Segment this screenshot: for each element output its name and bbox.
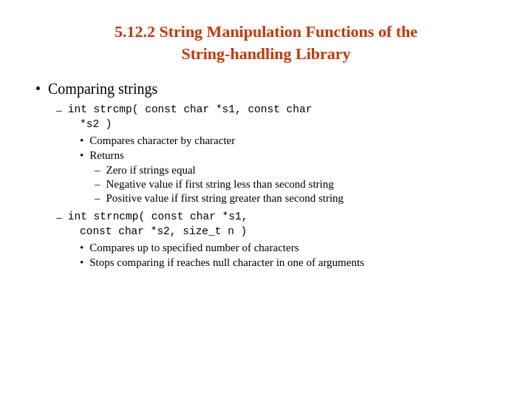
- main-bullet: • Comparing strings: [35, 81, 497, 98]
- sub-section: – int strcmp( const char *s1, const char…: [56, 103, 497, 269]
- strcmp-dash-row: – int strcmp( const char *s1, const char: [56, 103, 497, 117]
- strcmp-bullet-1: • Compares character by character: [80, 134, 497, 147]
- sub-dash-sym-2: –: [95, 178, 100, 191]
- strncmp-bullet-2: • Stops comparing if reaches null charac…: [80, 256, 497, 269]
- bullet-dot-3: •: [80, 242, 83, 254]
- strncmp-item: – int strncmp( const char *s1, const cha…: [56, 211, 497, 237]
- strncmp-code-line2: const char *s2, size_t n ): [80, 224, 497, 237]
- strcmp-bullet-1-text: Compares character by character: [89, 134, 235, 147]
- strncmp-bullet-1-text: Compares up to specified number of chara…: [89, 242, 299, 254]
- strcmp-bullet-2: • Returns: [80, 149, 497, 162]
- sub-dash-2: – Negative value if first string less th…: [95, 178, 497, 191]
- bullet-dot-2: •: [80, 149, 83, 162]
- sub-dash-sym-3: –: [95, 192, 100, 205]
- sub-dash-2-text: Negative value if first string less than…: [106, 178, 334, 191]
- strncmp-inner-bullets: • Compares up to specified number of cha…: [80, 242, 497, 269]
- bullet-symbol: •: [35, 81, 41, 98]
- bullet-dot-1: •: [80, 134, 83, 147]
- strcmp-code-line2: *s2 ): [80, 117, 497, 130]
- sub-dash-3: – Positive value if first string greater…: [95, 192, 497, 205]
- bullet-dot-4: •: [80, 256, 83, 269]
- sub-dash-sym-1: –: [95, 164, 100, 177]
- slide-title: 5.12.2 String Manipulation Functions of …: [35, 21, 497, 64]
- returns-sub-dashes: – Zero if strings equal – Negative value…: [95, 164, 497, 205]
- section-label: Comparing strings: [48, 81, 157, 98]
- strncmp-code-line1: int strncmp(: [68, 211, 145, 222]
- strncmp-bullet-2-text: Stops comparing if reaches null characte…: [89, 256, 364, 269]
- sub-dash-1: – Zero if strings equal: [95, 164, 497, 177]
- dash-symbol-1: –: [56, 103, 62, 117]
- strcmp-item: – int strcmp( const char *s1, const char…: [56, 103, 497, 130]
- sub-dash-1-text: Zero if strings equal: [106, 164, 196, 177]
- strcmp-inner-bullets: • Compares character by character • Retu…: [80, 134, 497, 205]
- slide: 5.12.2 String Manipulation Functions of …: [0, 0, 532, 399]
- strcmp-bullet-2-text: Returns: [89, 149, 124, 162]
- strncmp-dash-row: – int strncmp( const char *s1,: [56, 211, 497, 224]
- strcmp-code-line1: int strcmp( const char *s1, const char: [68, 103, 313, 115]
- dash-symbol-2: –: [56, 211, 62, 224]
- title-line2: String-handling Library: [181, 44, 350, 63]
- title-line1: 5.12.2 String Manipulation Functions of …: [115, 22, 417, 41]
- sub-dash-3-text: Positive value if first string greater t…: [106, 192, 344, 205]
- strncmp-bullet-1: • Compares up to specified number of cha…: [80, 242, 497, 254]
